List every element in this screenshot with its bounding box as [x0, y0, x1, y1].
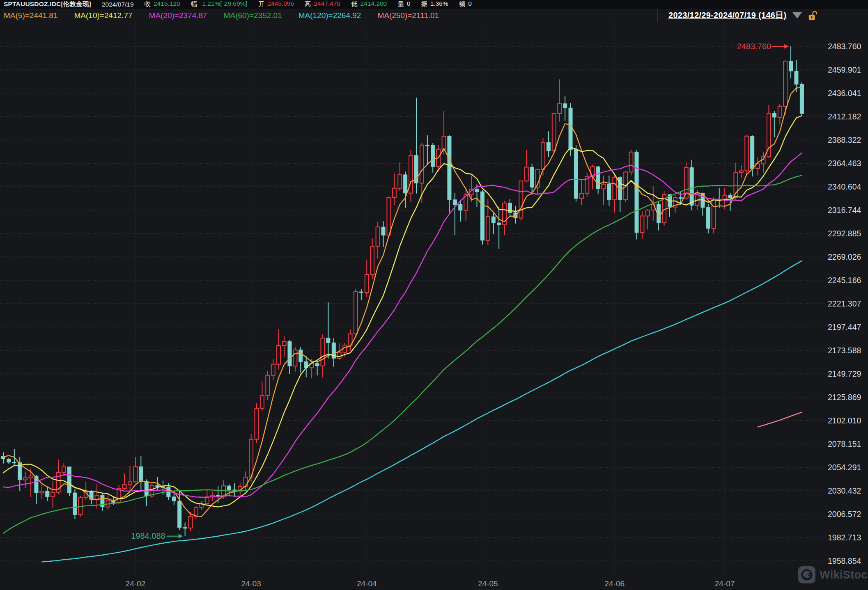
- unlocked-padlock-icon[interactable]: [807, 9, 820, 22]
- y-axis-label: 2054.291: [828, 463, 861, 472]
- candle-body: [145, 482, 148, 496]
- quote-field-value: 2445.096: [267, 0, 294, 9]
- y-axis-label: 2436.041: [828, 89, 861, 98]
- quote-field: 额0: [459, 0, 472, 9]
- candle-body: [530, 167, 534, 187]
- candle-body: [51, 492, 55, 497]
- candle-body: [244, 477, 248, 487]
- x-axis-label: 24-06: [605, 579, 625, 588]
- candle-body: [497, 223, 501, 225]
- candle-body: [95, 495, 99, 499]
- quote-field-value: 0: [407, 0, 411, 9]
- high-annotation-label: 2483.760: [737, 42, 771, 51]
- price-chart[interactable]: 2483.7602459.9012436.0412412.1822388.322…: [0, 0, 868, 590]
- candle-body: [690, 167, 693, 205]
- candle-body: [795, 71, 798, 84]
- candle-body: [425, 145, 429, 146]
- candle-body: [315, 364, 319, 366]
- candle-body: [635, 152, 638, 233]
- candle-body: [277, 345, 280, 364]
- candle-body: [376, 227, 380, 246]
- ma-line-10: [3, 116, 802, 507]
- date-range-control[interactable]: 2023/12/29-2024/07/19 (146日): [657, 9, 819, 22]
- ma-legend-row: MA(5)=2441.81MA(10)=2412.77MA(20)=2374.8…: [0, 9, 868, 22]
- candle-body: [172, 497, 176, 501]
- candle-body: [299, 350, 303, 362]
- candle-body: [453, 200, 457, 205]
- candle-body: [580, 193, 583, 198]
- candle-body: [183, 528, 187, 528]
- candle-body: [293, 350, 297, 366]
- candle-body: [393, 188, 396, 197]
- candle-body: [123, 485, 126, 488]
- candle-body: [189, 516, 193, 528]
- candle-body: [789, 61, 793, 71]
- candle-body: [772, 114, 776, 117]
- ma-legend-item: MA(5)=2441.81: [4, 11, 58, 20]
- candle-body: [128, 482, 132, 485]
- candle-body: [227, 486, 231, 490]
- x-axis-label: 24-07: [715, 579, 735, 588]
- y-axis-label: 2292.885: [828, 229, 861, 238]
- ma-legend-item: MA(20)=2374.87: [149, 11, 207, 20]
- ma-legend: MA(5)=2441.81MA(10)=2412.77MA(20)=2374.8…: [4, 11, 439, 20]
- quote-field: 开2445.096: [258, 0, 294, 9]
- ma-legend-item: MA(250)=2111.01: [377, 11, 439, 20]
- quote-field-label: 收: [145, 0, 151, 9]
- candle-body: [448, 136, 451, 200]
- candle-body: [7, 459, 11, 462]
- candle-body: [706, 208, 710, 229]
- candle-body: [255, 408, 258, 439]
- y-axis-label: 2221.307: [828, 299, 861, 308]
- candle-body: [679, 198, 682, 199]
- candle-body: [404, 175, 407, 193]
- candle-body: [40, 491, 44, 493]
- candle-body: [326, 338, 330, 343]
- y-axis-label: 2316.744: [828, 206, 861, 215]
- info-bar: SPTAUUSDOZ.IDC[伦敦金现] 2024/07/19 收2415.12…: [0, 0, 868, 9]
- quote-field-label: 低: [351, 0, 358, 9]
- candle-body: [745, 136, 749, 171]
- candle-body: [475, 189, 479, 192]
- x-axis-label: 24-02: [126, 579, 146, 588]
- candle-body: [431, 145, 435, 167]
- candle-body: [387, 197, 390, 235]
- ma-line-20: [3, 153, 802, 497]
- y-axis-label: 2197.447: [828, 322, 861, 332]
- candle-body: [29, 476, 33, 478]
- candle-body: [574, 149, 578, 198]
- candle-body: [525, 167, 528, 181]
- y-axis-label: 2173.588: [828, 346, 861, 355]
- candle-body: [569, 108, 572, 149]
- candle-body: [381, 227, 385, 235]
- x-axis-label: 24-05: [478, 579, 498, 588]
- candle-body: [288, 341, 292, 366]
- wikistock-watermark: WikiStock: [798, 566, 868, 583]
- y-axis-label: 2102.010: [828, 416, 861, 425]
- y-axis-label: 2269.026: [828, 252, 861, 261]
- y-axis-label: 2483.760: [828, 42, 861, 51]
- candle-body: [365, 274, 369, 293]
- date-range-text[interactable]: 2023/12/29-2024/07/19 (146日): [668, 10, 787, 21]
- y-axis-label: 2388.322: [828, 135, 861, 144]
- quote-field-value: 0: [468, 0, 472, 9]
- y-axis-label: 2340.604: [828, 182, 861, 191]
- candle-body: [751, 136, 754, 169]
- quote-field-label: 额: [459, 0, 466, 9]
- candle-body: [266, 375, 269, 396]
- quote-field: 振1.36%: [421, 0, 448, 9]
- candle-body: [194, 507, 198, 516]
- candle-body: [712, 199, 716, 228]
- symbol-title: SPTAUUSDOZ.IDC[伦敦金现]: [4, 0, 91, 9]
- trade-date: 2024/07/19: [102, 1, 134, 8]
- quote-field-label: 幅: [191, 0, 197, 9]
- triangle-down-icon[interactable]: [792, 12, 802, 19]
- candle-body: [558, 104, 561, 114]
- candle-body: [271, 364, 275, 375]
- y-axis-label: 2030.432: [828, 486, 861, 495]
- y-axis-label: 2149.729: [828, 369, 861, 378]
- quote-field-label: 开: [258, 0, 265, 9]
- y-axis-label: 2412.182: [828, 112, 861, 121]
- ma-line-60: [3, 176, 802, 533]
- candle-body: [420, 145, 424, 183]
